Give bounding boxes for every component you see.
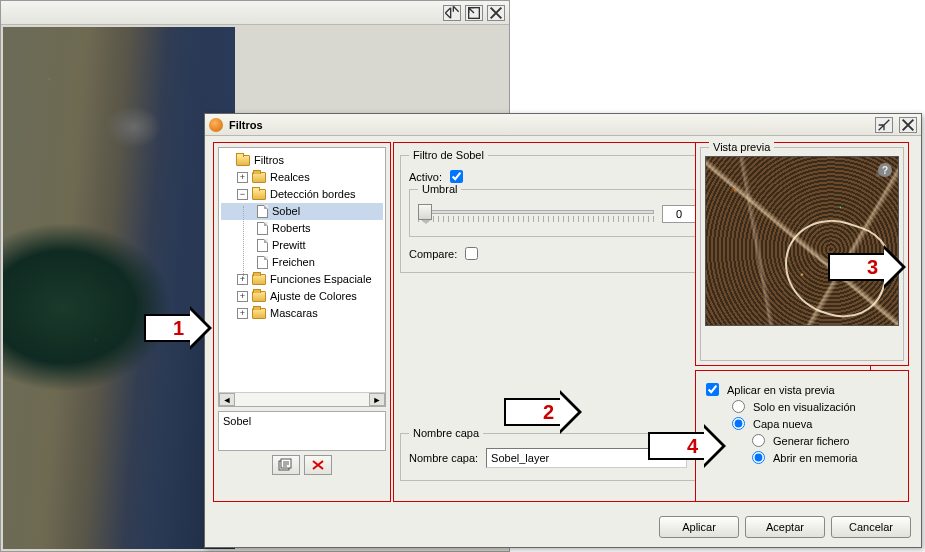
group-title: Nombre capa — [409, 427, 483, 439]
activo-label: Activo: — [409, 171, 442, 183]
tree-label: Detección bordes — [270, 186, 356, 203]
tree-node-ajuste[interactable]: + Ajuste de Colores — [221, 288, 383, 305]
file-icon — [257, 205, 268, 218]
umbral-value-input[interactable] — [662, 205, 696, 223]
preview-image[interactable]: ? — [705, 156, 899, 326]
nombre-capa-group: Nombre capa Nombre capa: — [400, 433, 696, 481]
capa-nueva-label: Capa nueva — [753, 418, 812, 430]
tree-label: Prewitt — [272, 237, 306, 254]
scroll-right-icon[interactable]: ► — [369, 393, 385, 406]
close-icon[interactable] — [487, 5, 505, 21]
folder-icon — [252, 274, 266, 285]
scroll-left-icon[interactable]: ◄ — [219, 393, 235, 406]
folder-icon — [252, 308, 266, 319]
dialog-titlebar[interactable]: Filtros — [205, 114, 921, 136]
solo-visualizacion-label: Solo en visualización — [753, 401, 856, 413]
nombre-capa-input[interactable] — [486, 448, 687, 468]
expand-icon[interactable]: + — [237, 308, 248, 319]
dialog-button-bar: Aplicar Aceptar Cancelar — [205, 513, 921, 547]
expand-icon[interactable]: + — [237, 172, 248, 183]
aplicar-button[interactable]: Aplicar — [659, 516, 739, 538]
tree-item-freichen[interactable]: Freichen — [221, 254, 383, 271]
selected-filter-name: Sobel — [218, 411, 386, 451]
filters-tree[interactable]: Filtros + Realces − Detección bordes — [218, 147, 386, 407]
restore-icon[interactable] — [465, 5, 483, 21]
preview-panel: Vista previa ? — [695, 142, 909, 366]
tree-item-roberts[interactable]: Roberts — [221, 220, 383, 237]
compare-label: Compare: — [409, 248, 457, 260]
activo-checkbox[interactable] — [450, 170, 463, 183]
tree-node-deteccion[interactable]: − Detección bordes — [221, 186, 383, 203]
add-filter-button[interactable] — [272, 455, 300, 475]
group-title: Umbral — [418, 183, 461, 195]
folder-icon — [236, 155, 250, 166]
aceptar-button[interactable]: Aceptar — [745, 516, 825, 538]
remove-filter-button[interactable] — [304, 455, 332, 475]
abrir-memoria-label: Abrir en memoria — [773, 452, 857, 464]
tree-node-realces[interactable]: + Realces — [221, 169, 383, 186]
filters-tree-panel: Filtros + Realces − Detección bordes — [213, 142, 391, 502]
nombre-label: Nombre capa: — [409, 452, 478, 464]
dialog-title: Filtros — [229, 119, 869, 131]
satellite-image — [3, 27, 235, 549]
scrollbar[interactable] — [235, 393, 369, 406]
expand-icon[interactable]: + — [237, 291, 248, 302]
collapse-icon[interactable]: − — [237, 189, 248, 200]
abrir-memoria-radio[interactable] — [752, 451, 765, 464]
generar-fichero-radio[interactable] — [752, 434, 765, 447]
generar-fichero-label: Generar fichero — [773, 435, 849, 447]
file-icon — [257, 222, 268, 235]
solo-visualizacion-radio[interactable] — [732, 400, 745, 413]
group-title: Vista previa — [709, 141, 774, 153]
map-window-titlebar — [1, 1, 509, 25]
dialog-close-icon[interactable] — [899, 117, 917, 133]
slider-thumb-icon[interactable] — [418, 204, 432, 220]
maximize-icon[interactable] — [443, 5, 461, 21]
tree-node-funciones[interactable]: + Funciones Espaciale — [221, 271, 383, 288]
tree-label: Freichen — [272, 254, 315, 271]
output-options-panel: Aplicar en vista previa Solo en visualiz… — [695, 370, 909, 502]
folder-icon — [252, 291, 266, 302]
group-title: Filtro de Sobel — [409, 149, 488, 161]
tree-label: Roberts — [272, 220, 311, 237]
file-icon — [257, 239, 268, 252]
folder-icon — [252, 189, 266, 200]
tree-label: Mascaras — [270, 305, 318, 322]
app-icon — [209, 118, 223, 132]
tree-label: Funciones Espaciale — [270, 271, 372, 288]
help-icon[interactable]: ? — [878, 163, 892, 177]
tree-item-sobel[interactable]: Sobel — [221, 203, 383, 220]
selected-filter-label: Sobel — [223, 415, 251, 427]
aplicar-preview-checkbox[interactable] — [706, 383, 719, 396]
tree-label: Filtros — [254, 152, 284, 169]
cancelar-button[interactable]: Cancelar — [831, 516, 911, 538]
filters-dialog: Filtros Filtros + Realce — [204, 113, 922, 548]
tree-item-prewitt[interactable]: Prewitt — [221, 237, 383, 254]
dialog-maximize-icon[interactable] — [875, 117, 893, 133]
tree-label: Sobel — [272, 203, 300, 220]
tree-node-mascaras[interactable]: + Mascaras — [221, 305, 383, 322]
aplicar-preview-label: Aplicar en vista previa — [727, 384, 835, 396]
capa-nueva-radio[interactable] — [732, 417, 745, 430]
compare-checkbox[interactable] — [465, 247, 478, 260]
folder-icon — [252, 172, 266, 183]
tree-root[interactable]: Filtros — [221, 152, 383, 169]
sobel-group: Filtro de Sobel Activo: Umbral — [400, 155, 696, 273]
tree-label: Realces — [270, 169, 310, 186]
file-icon — [257, 256, 268, 269]
tree-label: Ajuste de Colores — [270, 288, 357, 305]
umbral-slider[interactable] — [418, 204, 654, 224]
